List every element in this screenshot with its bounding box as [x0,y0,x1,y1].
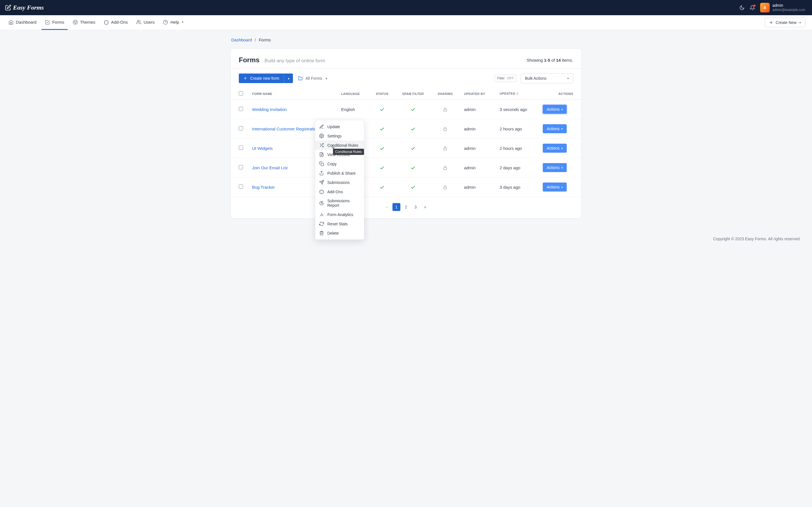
dropdown-item-submissions-report[interactable]: Submissions Report [315,196,364,210]
footer-copyright: Copyright © 2023 Easy Forms. All rights … [0,230,812,247]
lock-icon [443,146,448,151]
row-actions-button[interactable]: Actions ▾ [543,182,567,191]
notifications-button[interactable] [750,5,755,10]
notification-dot [753,4,756,7]
form-name-link[interactable]: UI Widgets [252,146,273,151]
dropdown-item-add-ons[interactable]: Add-Ons [315,187,364,196]
cell-updated: 2 hours ago [495,119,538,138]
lock-icon [443,107,448,112]
table-row: International Customer RegistrationEngli… [231,119,581,138]
cell-sharing [431,158,460,177]
svg-rect-14 [444,168,447,170]
dropdown-item-submissions[interactable]: Submissions [315,178,364,187]
nav-addons[interactable]: Add-Ons [100,15,131,30]
page-next[interactable]: » [421,203,429,211]
svg-rect-22 [321,163,323,166]
table-row: Join Our Email ListEnglishadmin2 days ag… [231,158,581,177]
col-updated-by[interactable]: UPDATED BY [460,88,495,100]
form-name-link[interactable]: International Customer Registration [252,126,319,131]
menu-item-icon [319,189,324,194]
edit-square-icon [5,4,11,11]
col-form-name[interactable]: FORM NAME [248,88,337,100]
filter-toggle[interactable]: Filter OFF [495,75,516,82]
app-logo[interactable]: Easy Forms [5,4,44,11]
folder-filter[interactable]: All Forms ▾ [298,76,327,80]
dropdown-item-delete[interactable]: Delete [315,228,364,238]
cell-status [369,100,395,119]
user-name: admin [772,3,805,8]
dropdown-item-reset-stats[interactable]: Reset Stats [315,219,364,228]
moon-icon [739,5,745,10]
user-menu[interactable]: A admin admin@example.com [760,3,805,12]
check-icon [379,165,385,170]
create-form-button[interactable]: Create new form [239,73,284,83]
row-actions-button[interactable]: Actions ▾ [543,163,567,172]
chevron-down-icon: ▾ [567,76,569,80]
row-actions-button[interactable]: Actions ▾ [543,124,567,133]
page-prev[interactable]: « [383,203,391,211]
create-new-button[interactable]: Create New ▾ [765,18,805,27]
tooltip: Conditional Rules [333,149,364,155]
cell-status [369,119,395,138]
form-name-link[interactable]: Join Our Email List [252,165,288,170]
user-email: admin@example.com [772,8,805,12]
nav-themes[interactable]: Themes [69,15,99,30]
nav-help[interactable]: Help ▾ [160,15,187,30]
col-language[interactable]: LANGUAGE [337,88,369,100]
dropdown-item-update[interactable]: Update [315,122,364,131]
row-checkbox[interactable] [239,184,243,189]
avatar: A [760,3,770,12]
col-sharing[interactable]: SHARING [431,88,460,100]
plus-icon [769,20,773,25]
table-row: UI WidgetsEnglishadmin2 hours agoActions… [231,138,581,158]
svg-point-2 [76,21,77,22]
svg-rect-11 [444,109,447,111]
dropdown-item-publish-share[interactable]: Publish & Share [315,168,364,178]
dropdown-item-settings[interactable]: Settings [315,131,364,140]
check-icon [410,185,416,190]
bulk-actions-select[interactable]: Bulk Actions ▾ [521,73,573,83]
dropdown-item-form-analytics[interactable]: Form Analytics [315,210,364,219]
row-checkbox[interactable] [239,126,243,130]
cell-updated-by: admin [460,177,495,197]
cell-sharing [431,138,460,158]
col-spam-filter[interactable]: SPAM FILTER [395,88,431,100]
cell-updated-by: admin [460,158,495,177]
page-1[interactable]: 1 [393,203,400,211]
showing-count: Showing 1-5 of 14 items. [527,58,573,62]
page-3[interactable]: 3 [412,203,419,211]
row-checkbox[interactable] [239,107,243,111]
form-name-link[interactable]: Bug Tracker [252,185,275,189]
menu-item-icon [319,124,324,129]
breadcrumb: Dashboard / Forms [231,38,581,42]
lock-icon [443,127,448,131]
check-icon [379,146,385,151]
menu-item-icon [319,212,324,217]
menu-item-icon [319,143,324,148]
nav-users[interactable]: Users [133,15,158,30]
col-status[interactable]: STATUS [369,88,395,100]
row-actions-button[interactable]: Actions ▾ [543,105,567,114]
check-icon [410,146,416,151]
dropdown-item-copy[interactable]: Copy [315,159,364,168]
select-all-checkbox[interactable] [239,91,243,96]
cell-spam-filter [395,100,431,119]
cell-updated-by: admin [460,100,495,119]
nav-dashboard[interactable]: Dashboard [5,15,40,30]
breadcrumb-root[interactable]: Dashboard [231,38,252,42]
nav-forms[interactable]: Forms [42,15,68,30]
page-2[interactable]: 2 [402,203,410,211]
row-checkbox[interactable] [239,146,243,150]
row-actions-button[interactable]: Actions ▾ [543,144,567,153]
form-name-link[interactable]: Wedding Invitation [252,107,287,112]
checkbox-icon [45,20,50,25]
dark-mode-toggle[interactable] [739,5,745,10]
table-row: Bug TrackerEnglishadmin3 days agoActions… [231,177,581,197]
page-title: Forms [239,56,259,64]
users-icon [136,20,141,25]
chevron-down-icon: ▾ [288,77,290,80]
cell-updated-by: admin [460,119,495,138]
col-updated[interactable]: UPDATED [495,88,538,100]
row-checkbox[interactable] [239,165,243,169]
create-form-dropdown[interactable]: ▾ [284,73,293,83]
